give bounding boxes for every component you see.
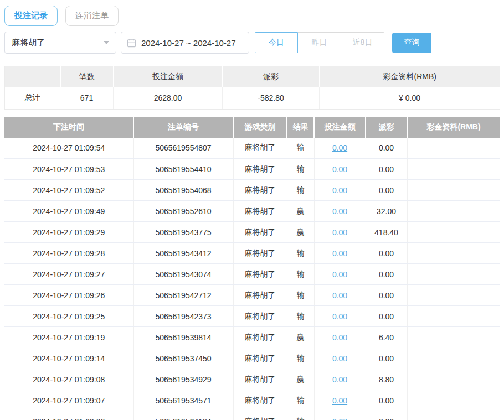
payout-cell: 6.40 xyxy=(366,327,407,348)
result-cell: 赢 xyxy=(287,201,314,222)
bet-time-cell: 2024-10-27 01:09:19 xyxy=(4,327,133,348)
bonus-cell xyxy=(407,264,500,285)
table-row: 2024-10-27 01:09:085065619534929麻将胡了赢0.0… xyxy=(4,369,500,390)
payout-cell: 0.00 xyxy=(366,306,407,327)
bet-amount-link[interactable]: 0.00 xyxy=(332,165,347,174)
bet-time-cell: 2024-10-27 01:09:52 xyxy=(4,180,133,201)
bonus-cell xyxy=(407,327,500,348)
last-8-days-button[interactable]: 近8日 xyxy=(341,32,384,53)
summary-header-bonus: 彩金资料(RMB) xyxy=(320,66,500,87)
bet-amount-link[interactable]: 0.00 xyxy=(332,417,347,420)
bonus-cell xyxy=(407,285,500,306)
bonus-cell xyxy=(407,159,500,180)
table-row: 2024-10-27 01:09:545065619554807麻将胡了输0.0… xyxy=(4,138,500,159)
table-row: 2024-10-27 01:09:495065619552610麻将胡了赢0.0… xyxy=(4,201,500,222)
col-header-result: 结果 xyxy=(287,117,314,138)
order-id-cell: 5065619537450 xyxy=(133,348,233,369)
col-header-game-type: 游戏类别 xyxy=(233,117,287,138)
bet-amount-cell: 0.00 xyxy=(314,201,366,222)
order-id-cell: 5065619542373 xyxy=(133,306,233,327)
payout-cell: 0.00 xyxy=(366,159,407,180)
bet-amount-link[interactable]: 0.00 xyxy=(332,249,347,258)
bet-time-cell: 2024-10-27 01:09:14 xyxy=(4,348,133,369)
bet-time-cell: 2024-10-27 01:09:54 xyxy=(4,138,133,159)
result-cell: 输 xyxy=(287,411,314,420)
bet-time-cell: 2024-10-27 01:09:27 xyxy=(4,264,133,285)
bonus-cell xyxy=(407,201,500,222)
result-cell: 输 xyxy=(287,138,314,159)
result-cell: 输 xyxy=(287,285,314,306)
table-row: 2024-10-27 01:09:285065619543412麻将胡了输0.0… xyxy=(4,243,500,264)
bet-amount-link[interactable]: 0.00 xyxy=(332,186,347,195)
filter-toolbar: 麻将胡了 2024-10-27 ~ 2024-10-27 今日 昨日 近8日 查… xyxy=(4,32,500,54)
game-select[interactable]: 麻将胡了 xyxy=(4,32,116,54)
today-button[interactable]: 今日 xyxy=(255,32,298,53)
table-row: 2024-10-27 01:09:295065619543775麻将胡了赢0.0… xyxy=(4,222,500,243)
col-header-bet-amount: 投注金额 xyxy=(314,117,366,138)
bet-amount-link[interactable]: 0.00 xyxy=(332,270,347,279)
bet-amount-link[interactable]: 0.00 xyxy=(332,375,347,384)
records-tbody: 2024-10-27 01:09:545065619554807麻将胡了输0.0… xyxy=(4,138,500,420)
bonus-cell xyxy=(407,411,500,420)
bet-amount-cell: 0.00 xyxy=(314,327,366,348)
tab-cancelled-orders[interactable]: 连消注单 xyxy=(65,6,119,26)
bonus-cell xyxy=(407,180,500,201)
payout-cell: 0.00 xyxy=(366,180,407,201)
order-id-cell: 5065619543074 xyxy=(133,264,233,285)
bet-amount-link[interactable]: 0.00 xyxy=(332,354,347,363)
bet-amount-link[interactable]: 0.00 xyxy=(332,333,347,342)
date-range-value: 2024-10-27 ~ 2024-10-27 xyxy=(141,38,236,48)
summary-total-bet-amount: 2628.00 xyxy=(114,87,223,109)
date-range-input[interactable]: 2024-10-27 ~ 2024-10-27 xyxy=(121,32,249,54)
bet-amount-link[interactable]: 0.00 xyxy=(332,312,347,321)
game-type-cell: 麻将胡了 xyxy=(233,222,287,243)
game-type-cell: 麻将胡了 xyxy=(233,264,287,285)
game-type-cell: 麻将胡了 xyxy=(233,201,287,222)
game-type-cell: 麻将胡了 xyxy=(233,180,287,201)
bet-amount-cell: 0.00 xyxy=(314,180,366,201)
summary-total-row: 总计 671 2628.00 -582.80 ¥ 0.00 xyxy=(5,87,500,109)
bonus-cell xyxy=(407,306,500,327)
game-type-cell: 麻将胡了 xyxy=(233,411,287,420)
order-id-cell: 5065619534184 xyxy=(133,411,233,420)
summary-header-bet-amount: 投注金额 xyxy=(114,66,223,87)
summary-total-payout: -582.80 xyxy=(223,87,320,109)
bet-amount-link[interactable]: 0.00 xyxy=(332,396,347,405)
bet-amount-cell: 0.00 xyxy=(314,390,366,411)
payout-cell: 0.00 xyxy=(366,411,407,420)
result-cell: 赢 xyxy=(287,327,314,348)
summary-header-payout: 派彩 xyxy=(223,66,320,87)
bet-time-cell: 2024-10-27 01:09:07 xyxy=(4,390,133,411)
payout-cell: 0.00 xyxy=(366,285,407,306)
order-id-cell: 5065619534929 xyxy=(133,369,233,390)
bet-amount-cell: 0.00 xyxy=(314,285,366,306)
result-cell: 输 xyxy=(287,348,314,369)
result-cell: 赢 xyxy=(287,222,314,243)
bet-amount-cell: 0.00 xyxy=(314,243,366,264)
bet-amount-link[interactable]: 0.00 xyxy=(332,228,347,237)
query-button[interactable]: 查询 xyxy=(392,33,431,53)
bet-time-cell: 2024-10-27 01:09:06 xyxy=(4,411,133,420)
bet-amount-cell: 0.00 xyxy=(314,306,366,327)
bet-amount-link[interactable]: 0.00 xyxy=(332,143,347,152)
game-type-cell: 麻将胡了 xyxy=(233,348,287,369)
tab-betting-records[interactable]: 投注记录 xyxy=(4,6,58,26)
table-row: 2024-10-27 01:09:065065619534184麻将胡了输0.0… xyxy=(4,411,500,420)
bet-amount-cell: 0.00 xyxy=(314,348,366,369)
col-header-bonus: 彩金资料(RMB) xyxy=(407,117,500,138)
yesterday-button[interactable]: 昨日 xyxy=(298,32,341,53)
table-row: 2024-10-27 01:09:255065619542373麻将胡了输0.0… xyxy=(4,306,500,327)
col-header-bet-time: 下注时间 xyxy=(4,117,133,138)
table-row: 2024-10-27 01:09:195065619539814麻将胡了赢0.0… xyxy=(4,327,500,348)
summary-total-bonus: ¥ 0.00 xyxy=(320,87,500,109)
bet-amount-link[interactable]: 0.00 xyxy=(332,291,347,300)
game-type-cell: 麻将胡了 xyxy=(233,306,287,327)
result-cell: 输 xyxy=(287,243,314,264)
payout-cell: 8.80 xyxy=(366,369,407,390)
game-type-cell: 麻将胡了 xyxy=(233,285,287,306)
payout-cell: 0.00 xyxy=(366,348,407,369)
result-cell: 输 xyxy=(287,264,314,285)
bet-amount-cell: 0.00 xyxy=(314,369,366,390)
bet-amount-cell: 0.00 xyxy=(314,138,366,159)
bet-amount-link[interactable]: 0.00 xyxy=(332,207,347,216)
